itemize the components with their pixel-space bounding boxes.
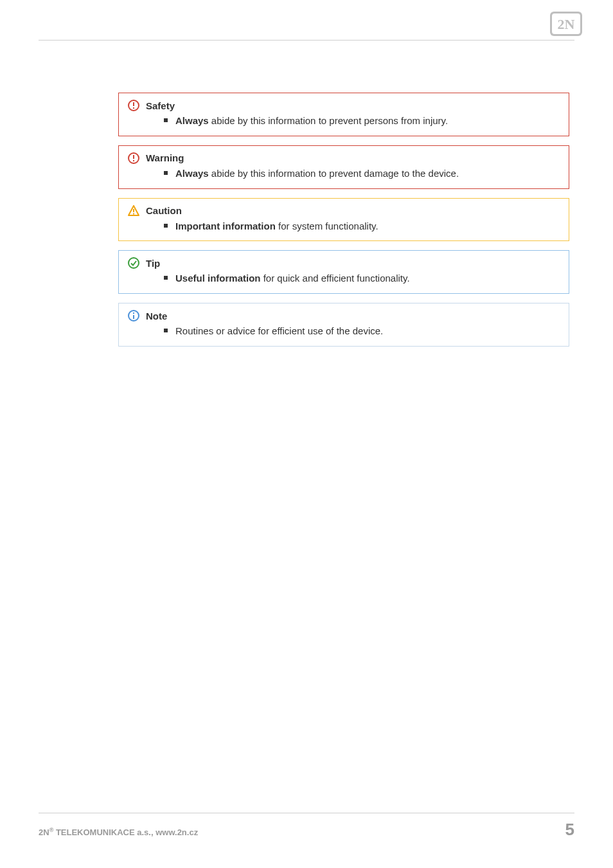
info-icon — [128, 310, 139, 321]
panel-list: Routines or advice for efficient use of … — [128, 324, 560, 338]
svg-rect-15 — [133, 315, 134, 319]
bullet-text: for quick and efficient functionality. — [261, 273, 410, 284]
bullet-text: for system functionality. — [276, 221, 378, 231]
panel-title: Tip — [146, 258, 160, 269]
bullet-bold: Useful information — [175, 273, 261, 284]
list-item: Always abide by this information to prev… — [164, 167, 560, 181]
safety-panel: Safety Always abide by this information … — [118, 93, 569, 136]
panel-title: Note — [146, 311, 167, 321]
bullet-bold: Always — [175, 168, 209, 179]
page-number: 5 — [565, 820, 574, 840]
list-item: Important information for system functio… — [164, 219, 560, 233]
panel-list: Useful information for quick and efficie… — [128, 271, 560, 285]
page-footer: 2N® TELEKOMUNIKACE a.s., www.2n.cz 5 — [39, 813, 574, 840]
tip-icon — [128, 257, 139, 269]
panel-head: Warning — [128, 152, 560, 164]
panel-head: Note — [128, 310, 560, 321]
list-item: Routines or advice for efficient use of … — [164, 324, 560, 338]
bullet-bold: Important information — [175, 221, 276, 231]
panel-head: Tip — [128, 257, 560, 269]
svg-rect-5 — [133, 107, 134, 109]
list-item: Useful information for quick and efficie… — [164, 271, 560, 285]
footer-rest: TELEKOMUNIKACE a.s., www.2n.cz — [53, 827, 198, 837]
page: 2N Safety Always abide by this informati… — [0, 0, 613, 868]
svg-point-12 — [129, 258, 139, 268]
panel-title: Safety — [146, 100, 175, 111]
danger-icon — [128, 100, 139, 111]
panel-title: Warning — [146, 152, 184, 163]
panel-list: Important information for system functio… — [128, 219, 560, 233]
content-area: Safety Always abide by this information … — [118, 93, 569, 356]
panel-head: Caution — [128, 205, 560, 217]
panel-title: Caution — [146, 205, 182, 216]
footer-company: 2N® TELEKOMUNIKACE a.s., www.2n.cz — [39, 827, 198, 837]
footer-prefix: 2N — [39, 827, 49, 837]
svg-rect-4 — [133, 102, 134, 106]
tip-panel: Tip Useful information for quick and eff… — [118, 250, 569, 294]
svg-rect-10 — [133, 209, 134, 212]
panel-list: Always abide by this information to prev… — [128, 167, 560, 181]
warning-icon — [128, 152, 139, 164]
bullet-text: abide by this information to prevent dam… — [209, 168, 459, 179]
note-panel: Note Routines or advice for efficient us… — [118, 303, 569, 347]
panel-head: Safety — [128, 100, 560, 111]
caution-panel: Caution Important information for system… — [118, 198, 569, 242]
svg-rect-11 — [133, 213, 134, 214]
svg-rect-14 — [133, 312, 134, 314]
bullet-bold: Always — [175, 115, 209, 126]
svg-text:2N: 2N — [558, 16, 575, 32]
list-item: Always abide by this information to prev… — [164, 114, 560, 128]
panel-list: Always abide by this information to prev… — [128, 114, 560, 128]
bullet-text: Routines or advice for efficient use of … — [175, 325, 383, 336]
svg-rect-7 — [133, 155, 134, 159]
header-divider — [39, 40, 574, 41]
brand-logo: 2N — [550, 12, 582, 39]
bullet-text: abide by this information to prevent per… — [209, 115, 448, 126]
svg-rect-8 — [133, 160, 134, 161]
warning-panel: Warning Always abide by this information… — [118, 145, 569, 189]
caution-icon — [128, 205, 139, 217]
